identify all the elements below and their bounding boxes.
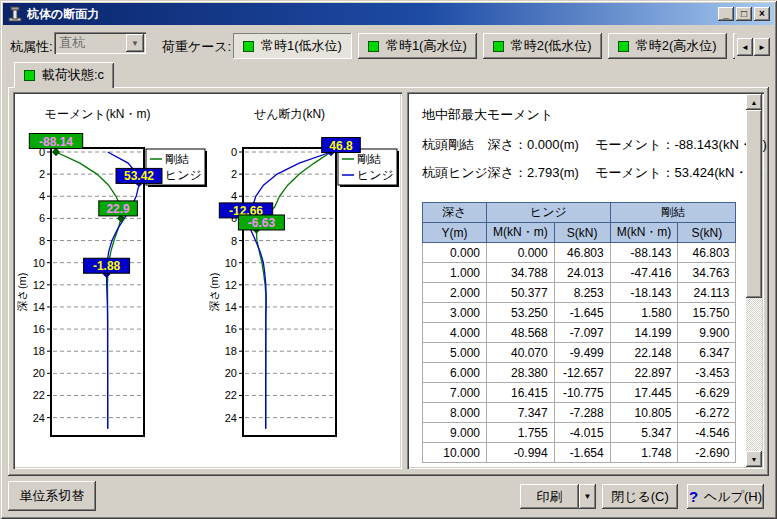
summary-rigid-moment: モーメント：-88.143(kN・m) [595, 137, 767, 152]
load-case-button[interactable]: 常時2(低水位) [483, 33, 602, 59]
print-dropdown-icon[interactable]: ▼ [579, 484, 596, 509]
table-cell: 17.445 [610, 383, 678, 403]
result-panel: 地中部最大モーメント 杭頭剛結 深さ：0.000(m) モーメント：-88.14… [407, 92, 764, 469]
vertical-scrollbar[interactable]: ▲ ▼ [746, 94, 762, 467]
green-square-icon [368, 41, 379, 52]
table-cell: 48.568 [487, 323, 555, 343]
table-row[interactable]: 3.00053.250-1.6451.58015.750 [423, 303, 736, 323]
summary-hinge-line: 杭頭ヒンジ 深さ：2.793(m) モーメント：53.424(kN・m) [422, 164, 763, 182]
pile-attribute-combobox[interactable]: 直杭 ▼ [54, 32, 146, 54]
table-row[interactable]: 6.00028.380-12.65722.897-3.453 [423, 363, 736, 383]
load-case-button[interactable]: 地震 [733, 33, 735, 59]
table-cell: -88.143 [610, 243, 678, 263]
table-cell: 10.000 [423, 443, 487, 463]
load-case-button[interactable]: 常時1(高水位) [358, 33, 477, 59]
app-icon [7, 6, 23, 22]
table-cell: 6.347 [678, 343, 736, 363]
svg-text:14: 14 [33, 301, 45, 313]
table-row[interactable]: 1.00034.78824.013-47.41634.763 [423, 263, 736, 283]
table-row[interactable]: 9.0001.755-4.0155.347-4.546 [423, 423, 736, 443]
shear-chart: せん断力(kN)深さ(m)024681012141618202224剛結ヒンジ4… [209, 102, 401, 462]
summary-rigid-depth: 深さ：0.000(m) [488, 136, 592, 154]
svg-text:22: 22 [225, 389, 237, 401]
table-row[interactable]: 8.0007.347-7.28810.805-6.272 [423, 403, 736, 423]
scroll-up-icon[interactable]: ▲ [746, 94, 762, 110]
tab-load-state[interactable]: 載荷状態:c [14, 62, 114, 88]
table-cell: 8.253 [554, 283, 610, 303]
svg-text:16: 16 [225, 323, 237, 335]
svg-text:6: 6 [39, 212, 45, 224]
table-row[interactable]: 0.0000.00046.803-88.14346.803 [423, 243, 736, 263]
table-column-header: M(kN・m) [610, 223, 678, 243]
svg-text:せん断力(kN): せん断力(kN) [254, 107, 325, 121]
summary-rigid-line: 杭頭剛結 深さ：0.000(m) モーメント：-88.143(kN・m) [422, 136, 767, 154]
help-button[interactable]: ? ヘルプ(H) [687, 484, 764, 509]
table-column-header: S(kN) [678, 223, 736, 243]
green-square-icon [493, 41, 504, 52]
dialog-pile-section-force: 杭体の断面力 _ □ × 杭属性: 直杭 ▼ 荷重ケース: 常時1(低水位)常時… [0, 0, 777, 519]
maximize-button[interactable]: □ [736, 7, 752, 21]
minimize-button[interactable]: _ [718, 7, 734, 21]
scrollbar-thumb[interactable] [746, 110, 762, 298]
unit-switch-button[interactable]: 単位系切替 [8, 481, 96, 511]
table-group-header: 深さ [423, 203, 487, 223]
table-cell: 9.000 [423, 423, 487, 443]
svg-text:12: 12 [225, 279, 237, 291]
table-cell: -1.654 [554, 443, 610, 463]
table-cell: 7.000 [423, 383, 487, 403]
table-cell: -6.629 [678, 383, 736, 403]
table-cell: -1.645 [554, 303, 610, 323]
load-case-label: 荷重ケース: [162, 38, 231, 56]
table-cell: -3.453 [678, 363, 736, 383]
summary-hinge-head: 杭頭ヒンジ [422, 164, 484, 182]
svg-text:2: 2 [231, 168, 237, 180]
print-button[interactable]: 印刷 [520, 484, 579, 509]
table-cell: 24.113 [678, 283, 736, 303]
load-case-label-text: 常時1(低水位) [261, 37, 342, 55]
svg-text:0: 0 [231, 146, 237, 158]
table-row[interactable]: 4.00048.568-7.09714.1999.900 [423, 323, 736, 343]
table-cell: 24.013 [554, 263, 610, 283]
table-cell: 16.415 [487, 383, 555, 403]
titlebar[interactable]: 杭体の断面力 _ □ × [3, 3, 774, 25]
table-cell: 1.755 [487, 423, 555, 443]
table-group-header: 剛結 [610, 203, 736, 223]
window-title: 杭体の断面力 [27, 6, 716, 23]
table-row[interactable]: 5.00040.070-9.49922.1486.347 [423, 343, 736, 363]
result-table: 深さヒンジ剛結Y(m)M(kN・m)S(kN)M(kN・m)S(kN)0.000… [422, 202, 736, 463]
svg-text:18: 18 [225, 345, 237, 357]
svg-text:10: 10 [225, 257, 237, 269]
load-case-button[interactable]: 常時2(高水位) [608, 33, 727, 59]
chart-panel: モーメント(kN・m)深さ(m)024681012141618202224剛結ヒ… [13, 92, 402, 469]
svg-text:ヒンジ: ヒンジ [165, 168, 202, 182]
pile-attribute-value: 直杭 [54, 34, 126, 52]
chevron-down-icon[interactable]: ▼ [126, 34, 144, 52]
table-row[interactable]: 10.000-0.994-1.6541.748-2.690 [423, 443, 736, 463]
close-button[interactable]: 閉じる(C) [602, 484, 678, 509]
load-case-button[interactable]: 常時1(低水位) [233, 33, 352, 59]
table-cell: -6.272 [678, 403, 736, 423]
svg-text:4: 4 [39, 190, 45, 202]
scroll-left-icon[interactable]: ◄ [737, 38, 753, 56]
scroll-down-icon[interactable]: ▼ [746, 451, 762, 467]
svg-text:20: 20 [225, 367, 237, 379]
svg-text:18: 18 [33, 345, 45, 357]
summary-hinge-moment: モーメント：53.424(kN・m) [595, 165, 762, 180]
svg-text:10: 10 [33, 257, 45, 269]
svg-text:12: 12 [33, 279, 45, 291]
help-icon: ? [689, 488, 698, 505]
table-row[interactable]: 2.00050.3778.253-18.14324.113 [423, 283, 736, 303]
svg-text:モーメント(kN・m): モーメント(kN・m) [45, 107, 151, 121]
table-cell: 22.897 [610, 363, 678, 383]
svg-text:-1.88: -1.88 [93, 259, 121, 273]
table-cell: 1.748 [610, 443, 678, 463]
table-cell: 15.750 [678, 303, 736, 323]
close-window-button[interactable]: × [754, 7, 770, 21]
table-cell: -47.416 [610, 263, 678, 283]
table-cell: 40.070 [487, 343, 555, 363]
table-cell: 3.000 [423, 303, 487, 323]
scroll-right-icon[interactable]: ► [754, 38, 770, 56]
svg-text:深さ(m): 深さ(m) [17, 273, 28, 312]
svg-text:深さ(m): 深さ(m) [209, 273, 220, 312]
table-row[interactable]: 7.00016.415-10.77517.445-6.629 [423, 383, 736, 403]
